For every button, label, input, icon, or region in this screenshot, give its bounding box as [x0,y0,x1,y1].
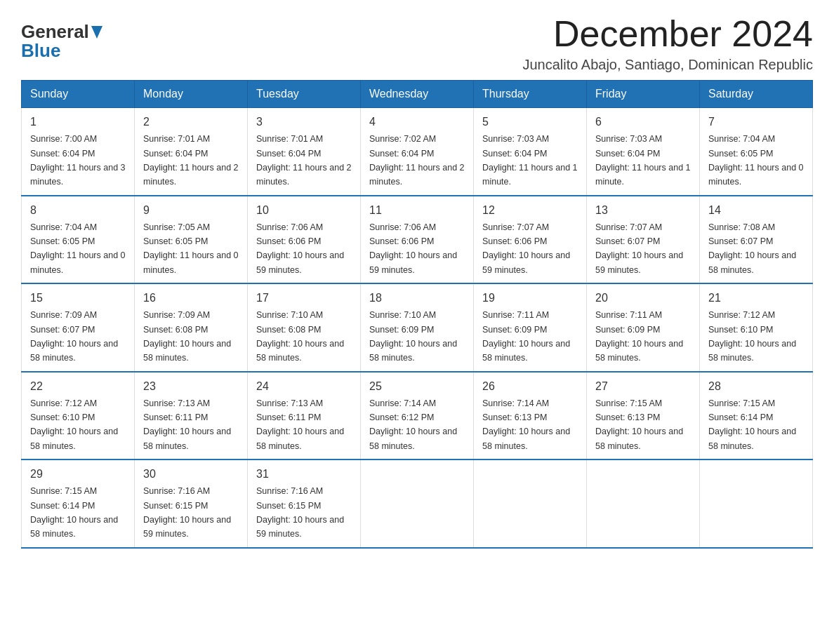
day-number: 11 [369,202,465,219]
calendar-cell: 10 Sunrise: 7:06 AMSunset: 6:06 PMDaylig… [248,196,361,284]
calendar-cell [587,459,700,548]
day-info: Sunrise: 7:06 AMSunset: 6:06 PMDaylight:… [256,222,344,275]
calendar-cell: 30 Sunrise: 7:16 AMSunset: 6:15 PMDaylig… [135,459,248,548]
calendar-cell: 5 Sunrise: 7:03 AMSunset: 6:04 PMDayligh… [474,108,587,196]
calendar-cell: 18 Sunrise: 7:10 AMSunset: 6:09 PMDaylig… [361,283,474,372]
calendar-cell: 4 Sunrise: 7:02 AMSunset: 6:04 PMDayligh… [361,108,474,196]
calendar-cell: 22 Sunrise: 7:12 AMSunset: 6:10 PMDaylig… [22,372,135,460]
day-number: 6 [595,114,691,130]
day-number: 13 [595,202,691,219]
day-number: 14 [708,202,804,219]
day-number: 2 [143,114,239,130]
weekday-header-thursday: Thursday [474,81,587,108]
weekday-header-tuesday: Tuesday [248,81,361,108]
day-info: Sunrise: 7:11 AMSunset: 6:09 PMDaylight:… [595,310,683,363]
weekday-header-wednesday: Wednesday [361,81,474,108]
weekday-header-row: SundayMondayTuesdayWednesdayThursdayFrid… [22,81,813,108]
calendar-cell: 24 Sunrise: 7:13 AMSunset: 6:11 PMDaylig… [248,372,361,460]
weekday-header-friday: Friday [587,81,700,108]
calendar-cell: 11 Sunrise: 7:06 AMSunset: 6:06 PMDaylig… [361,196,474,284]
day-number: 31 [256,466,352,483]
day-info: Sunrise: 7:15 AMSunset: 6:14 PMDaylight:… [708,398,796,451]
logo-triangle-icon [91,26,102,41]
calendar-cell: 29 Sunrise: 7:15 AMSunset: 6:14 PMDaylig… [22,459,135,548]
day-number: 3 [256,114,352,130]
day-number: 19 [482,290,578,307]
day-number: 17 [256,290,352,307]
day-info: Sunrise: 7:00 AMSunset: 6:04 PMDaylight:… [30,134,126,187]
calendar-week-row: 1 Sunrise: 7:00 AMSunset: 6:04 PMDayligh… [22,108,813,196]
day-info: Sunrise: 7:05 AMSunset: 6:05 PMDaylight:… [143,222,239,275]
weekday-header-saturday: Saturday [700,81,813,108]
day-info: Sunrise: 7:03 AMSunset: 6:04 PMDaylight:… [482,134,578,187]
day-info: Sunrise: 7:07 AMSunset: 6:06 PMDaylight:… [482,222,570,275]
day-number: 18 [369,290,465,307]
day-number: 8 [30,202,126,219]
day-number: 24 [256,378,352,395]
day-info: Sunrise: 7:04 AMSunset: 6:05 PMDaylight:… [30,222,126,275]
calendar-cell [361,459,474,548]
calendar-cell: 8 Sunrise: 7:04 AMSunset: 6:05 PMDayligh… [22,196,135,284]
day-info: Sunrise: 7:16 AMSunset: 6:15 PMDaylight:… [143,486,231,539]
day-info: Sunrise: 7:07 AMSunset: 6:07 PMDaylight:… [595,222,683,275]
day-info: Sunrise: 7:10 AMSunset: 6:08 PMDaylight:… [256,310,344,363]
day-number: 15 [30,290,126,307]
calendar-cell: 27 Sunrise: 7:15 AMSunset: 6:13 PMDaylig… [587,372,700,460]
day-number: 9 [143,202,239,219]
day-number: 28 [708,378,804,395]
calendar-cell: 12 Sunrise: 7:07 AMSunset: 6:06 PMDaylig… [474,196,587,284]
day-info: Sunrise: 7:14 AMSunset: 6:13 PMDaylight:… [482,398,570,451]
calendar-cell: 9 Sunrise: 7:05 AMSunset: 6:05 PMDayligh… [135,196,248,284]
calendar-cell: 20 Sunrise: 7:11 AMSunset: 6:09 PMDaylig… [587,283,700,372]
day-info: Sunrise: 7:01 AMSunset: 6:04 PMDaylight:… [143,134,239,187]
day-number: 7 [708,114,804,130]
day-info: Sunrise: 7:13 AMSunset: 6:11 PMDaylight:… [256,398,344,451]
calendar-cell: 1 Sunrise: 7:00 AMSunset: 6:04 PMDayligh… [22,108,135,196]
day-info: Sunrise: 7:02 AMSunset: 6:04 PMDaylight:… [369,134,465,187]
day-number: 30 [143,466,239,483]
calendar-cell: 28 Sunrise: 7:15 AMSunset: 6:14 PMDaylig… [700,372,813,460]
day-info: Sunrise: 7:12 AMSunset: 6:10 PMDaylight:… [30,398,118,451]
calendar-cell: 15 Sunrise: 7:09 AMSunset: 6:07 PMDaylig… [22,283,135,372]
calendar-cell: 13 Sunrise: 7:07 AMSunset: 6:07 PMDaylig… [587,196,700,284]
calendar-cell: 17 Sunrise: 7:10 AMSunset: 6:08 PMDaylig… [248,283,361,372]
calendar-cell: 6 Sunrise: 7:03 AMSunset: 6:04 PMDayligh… [587,108,700,196]
day-number: 27 [595,378,691,395]
day-number: 23 [143,378,239,395]
calendar-cell: 7 Sunrise: 7:04 AMSunset: 6:05 PMDayligh… [700,108,813,196]
calendar-week-row: 22 Sunrise: 7:12 AMSunset: 6:10 PMDaylig… [22,372,813,460]
day-info: Sunrise: 7:12 AMSunset: 6:10 PMDaylight:… [708,310,796,363]
day-number: 26 [482,378,578,395]
day-number: 5 [482,114,578,130]
day-number: 16 [143,290,239,307]
weekday-header-monday: Monday [135,81,248,108]
calendar-cell [474,459,587,548]
day-info: Sunrise: 7:15 AMSunset: 6:13 PMDaylight:… [595,398,683,451]
calendar-cell [700,459,813,548]
day-number: 12 [482,202,578,219]
calendar-cell: 19 Sunrise: 7:11 AMSunset: 6:09 PMDaylig… [474,283,587,372]
calendar-table: SundayMondayTuesdayWednesdayThursdayFrid… [21,80,813,549]
calendar-cell: 31 Sunrise: 7:16 AMSunset: 6:15 PMDaylig… [248,459,361,548]
month-year-title: December 2024 [522,14,813,54]
weekday-header-sunday: Sunday [22,81,135,108]
day-number: 20 [595,290,691,307]
day-info: Sunrise: 7:04 AMSunset: 6:05 PMDaylight:… [708,134,804,187]
day-info: Sunrise: 7:10 AMSunset: 6:09 PMDaylight:… [369,310,457,363]
day-info: Sunrise: 7:11 AMSunset: 6:09 PMDaylight:… [482,310,570,363]
day-info: Sunrise: 7:13 AMSunset: 6:11 PMDaylight:… [143,398,231,451]
logo: General Blue [21,21,102,62]
day-info: Sunrise: 7:01 AMSunset: 6:04 PMDaylight:… [256,134,352,187]
calendar-cell: 2 Sunrise: 7:01 AMSunset: 6:04 PMDayligh… [135,108,248,196]
day-info: Sunrise: 7:16 AMSunset: 6:15 PMDaylight:… [256,486,344,539]
page-header: General Blue December 2024 Juncalito Aba… [21,14,813,73]
day-info: Sunrise: 7:15 AMSunset: 6:14 PMDaylight:… [30,486,118,539]
calendar-cell: 14 Sunrise: 7:08 AMSunset: 6:07 PMDaylig… [700,196,813,284]
day-number: 4 [369,114,465,130]
calendar-cell: 26 Sunrise: 7:14 AMSunset: 6:13 PMDaylig… [474,372,587,460]
day-info: Sunrise: 7:14 AMSunset: 6:12 PMDaylight:… [369,398,457,451]
calendar-cell: 16 Sunrise: 7:09 AMSunset: 6:08 PMDaylig… [135,283,248,372]
logo-blue-text: Blue [21,40,60,61]
title-section: December 2024 Juncalito Abajo, Santiago,… [522,14,813,73]
calendar-week-row: 29 Sunrise: 7:15 AMSunset: 6:14 PMDaylig… [22,459,813,548]
